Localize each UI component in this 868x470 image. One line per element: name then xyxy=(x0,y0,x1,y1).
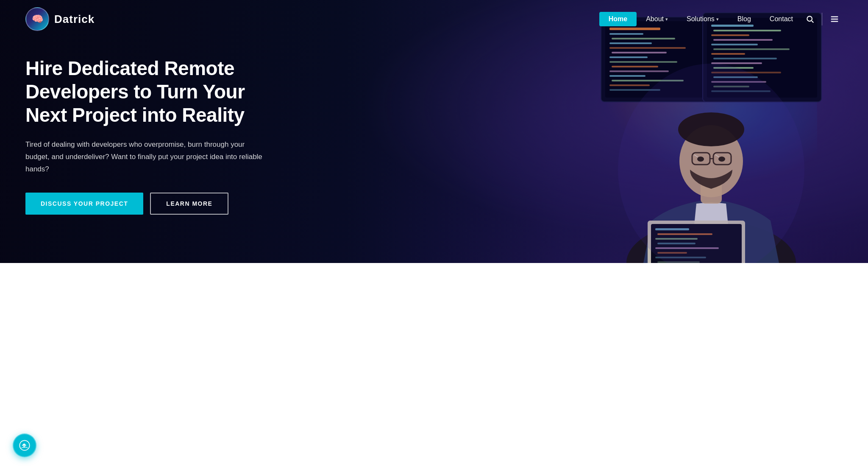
logo[interactable]: 🧠 Datrick xyxy=(25,7,95,31)
svg-rect-29 xyxy=(711,53,745,55)
svg-rect-10 xyxy=(609,42,652,44)
nav-links: Home About ▾ Solutions ▾ Blog Contact xyxy=(599,12,843,26)
hero-buttons: DISCUSS YOUR PROJECT LEARN MORE xyxy=(25,193,271,215)
hero-person-image xyxy=(588,0,834,263)
nav-item-solutions[interactable]: Solutions ▾ xyxy=(677,12,728,26)
hero-subtitle: Tired of dealing with developers who ove… xyxy=(25,139,263,176)
svg-rect-14 xyxy=(609,61,677,63)
svg-rect-12 xyxy=(612,52,667,53)
nav-item-about[interactable]: About ▾ xyxy=(637,12,677,26)
svg-rect-11 xyxy=(609,47,686,49)
svg-rect-31 xyxy=(711,62,762,64)
nav-item-home[interactable]: Home xyxy=(599,12,637,26)
search-icon xyxy=(806,15,814,23)
navbar: 🧠 Datrick Home About ▾ Solutions ▾ Blog … xyxy=(0,0,868,38)
discuss-project-button[interactable]: DISCUSS YOUR PROJECT xyxy=(25,193,143,215)
search-button[interactable] xyxy=(802,13,818,25)
floating-widget[interactable] xyxy=(13,434,36,457)
logo-icon: 🧠 xyxy=(25,7,49,31)
svg-rect-15 xyxy=(612,66,658,67)
hero-title: Hire Dedicated Remote Developers to Turn… xyxy=(25,57,271,127)
svg-point-0 xyxy=(807,16,812,21)
svg-rect-13 xyxy=(609,56,648,58)
hero-section: Hire Dedicated Remote Developers to Turn… xyxy=(0,0,868,263)
nav-item-blog[interactable]: Blog xyxy=(728,12,760,26)
learn-more-button[interactable]: LEARN MORE xyxy=(150,193,228,215)
svg-rect-16 xyxy=(609,70,669,72)
svg-rect-19 xyxy=(609,84,650,86)
menu-icon xyxy=(830,14,839,24)
svg-rect-17 xyxy=(609,75,645,77)
svg-line-1 xyxy=(812,21,813,22)
svg-rect-28 xyxy=(713,48,790,50)
svg-rect-26 xyxy=(713,39,773,41)
hero-content: Hire Dedicated Remote Developers to Turn… xyxy=(0,57,297,215)
brand-name: Datrick xyxy=(54,13,95,26)
logo-emoji: 🧠 xyxy=(32,14,43,25)
widget-icon xyxy=(19,439,31,451)
hamburger-menu-button[interactable] xyxy=(826,13,843,25)
svg-rect-30 xyxy=(713,58,777,59)
solutions-chevron-icon: ▾ xyxy=(716,17,719,22)
about-chevron-icon: ▾ xyxy=(665,17,668,22)
nav-divider xyxy=(822,13,822,25)
below-hero-section xyxy=(0,263,868,470)
svg-rect-27 xyxy=(711,44,758,45)
nav-item-contact[interactable]: Contact xyxy=(760,12,802,26)
